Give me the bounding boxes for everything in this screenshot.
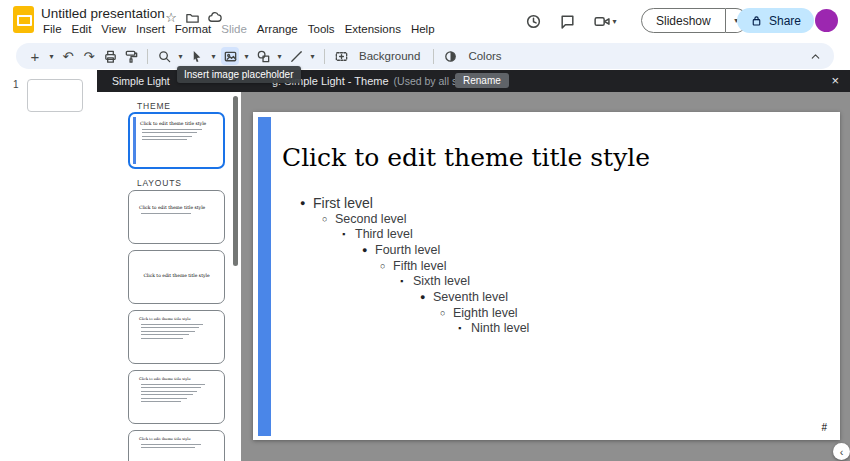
menu-help[interactable]: Help xyxy=(406,22,440,36)
shape-tool-button[interactable] xyxy=(254,47,272,65)
slide-thumbnail[interactable] xyxy=(27,79,83,112)
layout-thumbnail-4[interactable]: Click to edit theme title style xyxy=(128,370,225,424)
thumb-title: Click to edit theme title style xyxy=(139,437,224,441)
layout-thumbnail-1[interactable]: Click to edit theme title style xyxy=(128,190,225,244)
layout-thumbnail-5[interactable]: Click to edit theme title style xyxy=(128,430,225,461)
thumb-line xyxy=(141,338,183,339)
collapse-toolbar-button[interactable] xyxy=(806,47,824,65)
thumb-line xyxy=(141,444,201,445)
menu-format[interactable]: Format xyxy=(170,22,216,36)
new-slide-caret-icon[interactable]: ▾ xyxy=(47,52,56,61)
zoom-caret-icon[interactable]: ▾ xyxy=(176,52,185,61)
bullet-level-8[interactable]: ○ Eighth level xyxy=(440,305,529,321)
theme-panel: THEME Click to edit theme title style LA… xyxy=(97,92,241,461)
bullet-level-4[interactable]: ● Fourth level xyxy=(362,242,529,258)
theme-master-slide[interactable]: Click to edit theme title style ● First … xyxy=(253,112,840,440)
undo-button[interactable]: ↶ xyxy=(59,47,77,65)
thumb-line xyxy=(141,213,191,214)
line-tool-caret-icon[interactable]: ▾ xyxy=(308,52,317,61)
bullet-level-3[interactable]: ▪ Third level xyxy=(342,226,529,242)
background-button[interactable]: Background xyxy=(353,48,426,64)
bullet-glyph: ▪ xyxy=(342,229,355,239)
line-tool-button[interactable] xyxy=(287,47,305,65)
bullet-label: Sixth level xyxy=(413,274,470,288)
slideshow-button-group: Slideshow ▾ xyxy=(641,8,748,33)
thumb-line xyxy=(141,394,193,395)
menu-view[interactable]: View xyxy=(96,22,131,36)
colors-button[interactable]: Colors xyxy=(462,48,507,64)
bullet-glyph: ○ xyxy=(322,214,335,224)
bullet-glyph: ● xyxy=(420,292,433,302)
thumb-title: Click to edit theme title style xyxy=(135,273,218,278)
select-tool-button[interactable] xyxy=(188,47,206,65)
slides-app-icon[interactable] xyxy=(13,6,34,33)
menu-file[interactable]: File xyxy=(38,22,67,36)
meet-camera-icon[interactable]: ▾ xyxy=(589,9,623,33)
bullet-level-5[interactable]: ○ Fifth level xyxy=(380,258,529,274)
slide-number-placeholder[interactable]: # xyxy=(821,422,827,433)
share-button[interactable]: Share xyxy=(737,8,814,33)
collapse-panel-button[interactable]: ‹ xyxy=(833,443,850,460)
layout-thumbnail-3[interactable]: Click to edit theme title style xyxy=(128,310,225,364)
bullet-glyph: ○ xyxy=(380,261,393,271)
bullet-level-6[interactable]: ▪ Sixth level xyxy=(400,273,529,289)
menu-edit[interactable]: Edit xyxy=(67,22,97,36)
toolbar: + ▾ ↶ ↷ ▾ ▾ ▾ ▾ ▾ xyxy=(16,43,834,69)
theme-master-thumbnail[interactable]: Click to edit theme title style xyxy=(128,112,225,169)
theme-colors-icon[interactable] xyxy=(441,47,459,65)
bullet-level-7[interactable]: ● Seventh level xyxy=(420,289,529,305)
version-history-icon[interactable] xyxy=(521,9,545,33)
bullet-glyph: ● xyxy=(300,198,313,208)
theme-name-label: Simple Light xyxy=(112,75,170,87)
menu-insert[interactable]: Insert xyxy=(131,22,170,36)
google-slides-window: Untitled presentation ☆ File Edit View I… xyxy=(0,0,850,461)
bullet-level-1[interactable]: ● First level xyxy=(300,195,529,211)
paint-format-button[interactable] xyxy=(122,47,140,65)
thumb-line xyxy=(141,398,187,399)
theme-section-label: THEME xyxy=(137,101,171,111)
thumb-title: Click to edit theme title style xyxy=(140,121,223,126)
layout-thumbnail-2[interactable]: Click to edit theme title style xyxy=(128,250,225,304)
insert-image-placeholder-caret-icon[interactable]: ▾ xyxy=(242,52,251,61)
bullet-glyph: ▪ xyxy=(400,276,413,286)
menu-slide[interactable]: Slide xyxy=(216,22,252,36)
shape-tool-caret-icon[interactable]: ▾ xyxy=(275,52,284,61)
menu-tools[interactable]: Tools xyxy=(303,22,340,36)
comment-icon[interactable] xyxy=(555,9,579,33)
zoom-button[interactable] xyxy=(155,47,173,65)
bullet-level-2[interactable]: ○ Second level xyxy=(322,211,529,227)
slide-accent-bar[interactable] xyxy=(258,117,271,436)
thumb-accent-bar xyxy=(133,117,136,164)
thumb-line xyxy=(142,132,197,133)
redo-button[interactable]: ↷ xyxy=(80,47,98,65)
insert-placeholder-button[interactable] xyxy=(332,47,350,65)
meet-caret-icon: ▾ xyxy=(610,17,619,26)
thumb-line xyxy=(141,391,197,392)
theme-panel-scrollbar[interactable] xyxy=(233,96,238,266)
thumb-title: Click to edit theme title style xyxy=(139,317,224,321)
layouts-section-label: LAYOUTS xyxy=(137,178,182,188)
thumb-line xyxy=(141,324,203,325)
slide-title-placeholder[interactable]: Click to edit theme title style xyxy=(282,143,650,172)
close-icon[interactable]: × xyxy=(831,73,839,88)
thumb-line xyxy=(141,401,181,402)
tooltip: Insert image placeholder xyxy=(177,66,301,83)
toolbar-separator xyxy=(433,49,434,64)
editing-canvas: Click to edit theme title style ● First … xyxy=(241,92,850,461)
rename-button[interactable]: Rename xyxy=(455,73,509,88)
slideshow-button[interactable]: Slideshow xyxy=(641,8,726,33)
new-slide-button[interactable]: + xyxy=(26,47,44,65)
thumb-line xyxy=(141,387,201,388)
select-tool-caret-icon[interactable]: ▾ xyxy=(209,52,218,61)
document-title[interactable]: Untitled presentation xyxy=(41,6,165,21)
print-button[interactable] xyxy=(101,47,119,65)
bullet-label: Eighth level xyxy=(453,306,518,320)
bullet-level-9[interactable]: ▪ Ninth level xyxy=(458,321,529,337)
bullet-label: Seventh level xyxy=(433,290,508,304)
account-avatar[interactable] xyxy=(815,9,838,32)
insert-image-placeholder-button[interactable] xyxy=(221,47,239,65)
bullet-label: First level xyxy=(313,195,373,211)
menu-extensions[interactable]: Extensions xyxy=(340,22,406,36)
menu-arrange[interactable]: Arrange xyxy=(252,22,303,36)
share-label: Share xyxy=(769,14,801,28)
